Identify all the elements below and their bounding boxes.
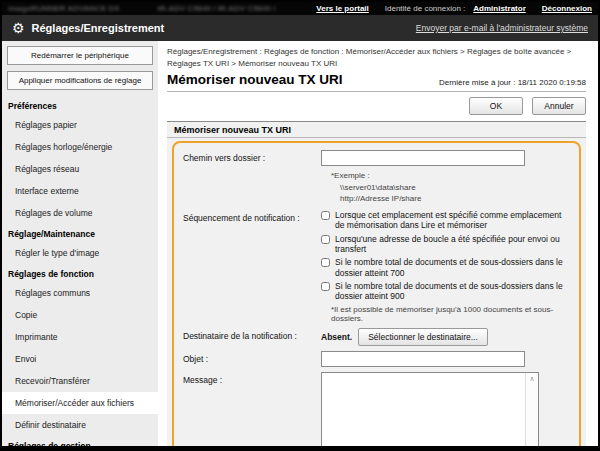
sidebar-item-recevoir-transferer[interactable]: Recevoir/Transférer: [2, 370, 158, 392]
settings-sidebar: Redémarrer le périphérique Appliquer mod…: [2, 41, 158, 446]
scroll-up-icon[interactable]: ∧: [529, 375, 534, 383]
subject-label: Objet :: [183, 351, 321, 367]
max-documents-note: *Il est possible de mémoriser jusqu'à 10…: [331, 305, 573, 323]
sidebar-item-horloge-energie[interactable]: Réglages horloge/énergie: [2, 136, 158, 158]
example-title: *Exemple :: [331, 170, 525, 182]
message-textarea[interactable]: [322, 373, 525, 446]
notify-option-label: Lorsque cet emplacement est spécifié com…: [335, 210, 573, 231]
example-smb-path: \\server01\data\share: [340, 182, 525, 194]
sidebar-section-fonction: Réglages de fonction: [2, 264, 158, 282]
select-recipient-button[interactable]: Sélectionner le destinataire...: [358, 328, 488, 346]
folder-path-label: Chemin vers dossier :: [183, 150, 321, 205]
notify-option-reach-700[interactable]: Si le nombre total de documents et de so…: [321, 257, 573, 278]
sidebar-section-gestion: Réglages de gestion: [2, 436, 158, 446]
login-label: Identité de connexion :: [385, 4, 466, 13]
sidebar-item-reglages-papier[interactable]: Réglages papier: [2, 114, 158, 136]
app-title: Réglages/Enregistrement: [32, 22, 165, 34]
sidebar-item-type-image[interactable]: Régler le type d'image: [2, 242, 158, 264]
sidebar-item-imprimante[interactable]: Imprimante: [2, 326, 158, 348]
sidebar-item-reseau[interactable]: Réglages réseau: [2, 158, 158, 180]
device-model: iR-ADV C5840 / iR-ADV C5840 /: [158, 4, 276, 13]
notification-recipient-label: Destinataire de la notification :: [183, 328, 321, 346]
message-scrollbar[interactable]: ∧ ∨: [525, 373, 538, 446]
panel-section-title: Mémoriser nouveau TX URI: [167, 122, 586, 138]
cancel-button[interactable]: Annuler: [532, 97, 586, 115]
login-user-link[interactable]: Administrator: [473, 4, 525, 13]
sidebar-item-interface-externe[interactable]: Interface externe: [2, 180, 158, 202]
message-textarea-box: ∧ ∨: [321, 372, 539, 446]
notify-option-store-location[interactable]: Lorsque cet emplacement est spécifié com…: [321, 210, 573, 231]
folder-path-examples: *Exemple : \\server01\data\share http://…: [331, 170, 525, 205]
top-bar: imageRUNNER ADVANCE DX iR-ADV C5840 / iR…: [2, 2, 598, 15]
notify-option-label: Si le nombre total de documents et de so…: [335, 257, 573, 278]
notify-option-loop-address-checkbox[interactable]: [321, 235, 330, 244]
sidebar-section-preferences: Préférences: [2, 96, 158, 114]
notify-option-loop-address[interactable]: Lorsqu'une adresse de boucle a été spéci…: [321, 234, 573, 255]
notify-option-reach-700-checkbox[interactable]: [321, 258, 330, 267]
notify-option-reach-900-checkbox[interactable]: [321, 282, 330, 291]
breadcrumb: Réglages/Enregistrement : Réglages de fo…: [167, 46, 587, 69]
last-update-timestamp: Dernière mise à jour : 18/11 2020 0:19:5…: [439, 78, 586, 87]
notify-option-reach-900[interactable]: Si le nombre total de documents et de so…: [321, 281, 573, 302]
device-name: imageRUNNER ADVANCE DX: [8, 4, 120, 13]
sidebar-item-memoriser-acceder-fichiers[interactable]: Mémoriser/Accéder aux fichiers: [2, 392, 158, 414]
sidebar-item-envoi[interactable]: Envoi: [2, 348, 158, 370]
notify-option-label: Lorsqu'une adresse de boucle a été spéci…: [335, 234, 573, 255]
app-bar: ⚙ Réglages/Enregistrement Envoyer par e-…: [2, 15, 598, 41]
settings-panel: Mémoriser nouveau TX URI Chemin vers dos…: [167, 121, 586, 446]
page-title: Mémoriser nouveau TX URI: [167, 72, 343, 87]
example-http-path: http://Adresse IP/share: [340, 193, 525, 205]
restart-device-button[interactable]: Redémarrer le périphérique: [7, 46, 153, 65]
title-divider: [167, 91, 586, 92]
logout-link[interactable]: Déconnexion: [542, 4, 592, 13]
sidebar-item-copie[interactable]: Copie: [2, 304, 158, 326]
remote-ui-window: imageRUNNER ADVANCE DX iR-ADV C5840 / iR…: [0, 0, 600, 451]
mail-admin-link[interactable]: Envoyer par e-mail à l'administrateur sy…: [416, 23, 588, 33]
gear-icon: ⚙: [12, 21, 25, 35]
portal-link[interactable]: Vers le portail: [316, 4, 368, 13]
apply-setting-changes-button[interactable]: Appliquer modifications de réglage: [7, 71, 153, 90]
notify-option-label: Si le nombre total de documents et de so…: [335, 281, 573, 302]
recipient-status: Absent.: [321, 328, 352, 342]
folder-path-input[interactable]: [321, 150, 525, 166]
message-label: Message :: [183, 372, 321, 446]
sidebar-item-definir-destinataire[interactable]: Définir destinataire: [2, 414, 158, 436]
main-content: Réglages/Enregistrement : Réglages de fo…: [158, 41, 598, 446]
ok-button[interactable]: OK: [469, 97, 523, 115]
notification-timing-label: Séquencement de notification :: [183, 210, 321, 323]
subject-input[interactable]: [321, 351, 525, 367]
sidebar-section-maintenance: Réglage/Maintenance: [2, 224, 158, 242]
notify-option-store-location-checkbox[interactable]: [321, 211, 330, 220]
sidebar-item-volume[interactable]: Réglages de volume: [2, 202, 158, 224]
sidebar-item-reglages-communs[interactable]: Réglages communs: [2, 282, 158, 304]
form-highlight-box: Chemin vers dossier : *Exemple : \\serve…: [172, 141, 581, 446]
